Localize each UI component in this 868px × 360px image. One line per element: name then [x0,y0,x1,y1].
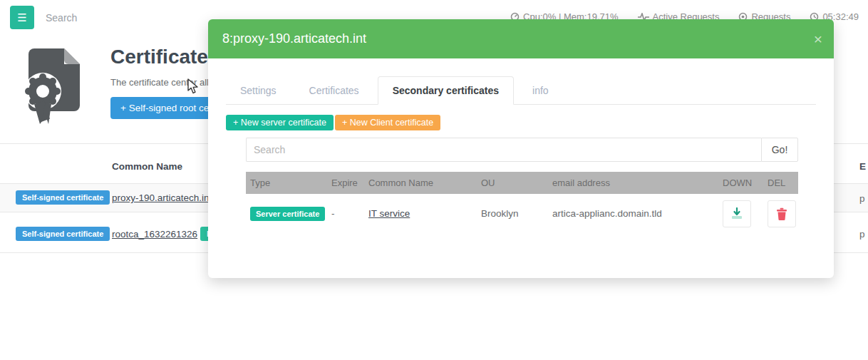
new-client-certificate-button[interactable]: + New Client certificate [335,115,440,130]
common-name-cell: IT service [364,208,477,219]
trash-icon [776,207,787,220]
col-down: DOWN [718,178,763,188]
col-del: DEL [763,178,794,188]
col-common-name: Common Name [364,178,477,188]
modal-title: 8:proxy-190.articatech.int [208,19,834,58]
server-certificate-badge: Server certificate [250,207,325,221]
it-service-link[interactable]: IT service [368,208,410,219]
certificate-page-icon [21,47,84,128]
modal-search-group: Go! [246,138,798,162]
tab-settings[interactable]: Settings [226,76,291,105]
modal-search-input[interactable] [246,138,761,162]
certificate-link-proxy[interactable]: proxy-190.articatech.int [112,192,212,203]
bg-table-header-right-fragment: E [859,161,866,172]
table-row: Server certificate - IT service Brooklyn… [246,194,798,233]
close-icon[interactable]: × [814,19,822,58]
expire-cell: - [327,208,364,219]
download-button[interactable] [723,200,751,227]
col-email: email address [548,178,718,188]
tab-certificates[interactable]: Certificates [295,76,373,105]
modal-header: 8:proxy-190.articatech.int × [208,19,834,58]
bg-row2-right-fragment: p [859,229,865,240]
down-cell [718,200,763,227]
email-cell: artica-applianc.domain.tld [548,208,718,219]
certificate-link-rootca[interactable]: rootca_1632261326 [112,229,197,240]
del-cell [763,200,794,227]
certificate-actions: + New server certificate + New Client ce… [226,115,816,130]
hamburger-icon: ☰ [17,11,26,24]
self-signed-badge: Self-signed certificate [16,227,110,241]
new-server-certificate-button[interactable]: + New server certificate [226,115,334,130]
go-button[interactable]: Go! [761,138,798,162]
certificate-modal: 8:proxy-190.articatech.int × Settings Ce… [208,19,834,278]
bg-row1-right-fragment: p [859,193,865,204]
hamburger-menu-button[interactable]: ☰ [10,6,34,29]
bg-table-header-common-name: Common Name [112,161,182,172]
type-cell: Server certificate [246,207,327,221]
self-signed-badge: Self-signed certificate [16,190,110,205]
col-ou: OU [477,178,548,188]
delete-button[interactable] [768,200,796,227]
download-icon [730,207,743,220]
col-type: Type [246,178,327,188]
tab-info[interactable]: info [518,76,563,105]
topbar-search-input[interactable] [46,9,188,26]
table-header-row: Type Expire Common Name OU email address… [246,172,798,194]
modal-tabs: Settings Certificates Secondary certific… [226,76,816,105]
secondary-certificates-table: Type Expire Common Name OU email address… [246,172,798,233]
ou-cell: Brooklyn [477,208,548,219]
modal-body: Settings Certificates Secondary certific… [208,58,834,233]
tab-secondary-certificates[interactable]: Secondary certificates [378,76,514,105]
col-expire: Expire [327,178,364,188]
